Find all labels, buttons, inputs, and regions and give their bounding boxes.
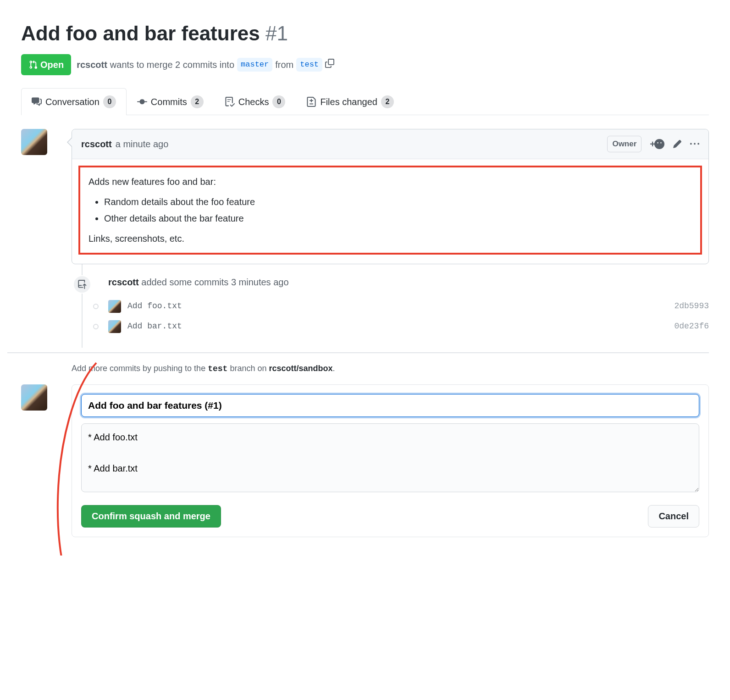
commits-timeline: rcscott added some commits 3 minutes ago… <box>82 264 709 348</box>
checklist-icon <box>225 97 235 107</box>
tab-conversation[interactable]: Conversation 0 <box>21 88 127 115</box>
pr-body-intro: Adds new features foo and bar: <box>88 175 692 189</box>
merge-description: rcscott wants to merge 2 commits into ma… <box>77 58 334 72</box>
pr-description-comment: rcscott a minute ago Owner + <box>72 129 709 264</box>
files-count: 2 <box>381 95 394 108</box>
conversation-count: 0 <box>103 95 116 108</box>
commit-message[interactable]: Add bar.txt <box>127 320 668 333</box>
comment-author[interactable]: rcscott <box>81 137 112 151</box>
git-pull-request-icon <box>28 60 38 69</box>
commit-message[interactable]: Add foo.txt <box>127 300 668 312</box>
commit-dot-icon <box>93 304 99 309</box>
push-hint: Add more commits by pushing to the test … <box>72 362 709 375</box>
cancel-merge-button[interactable]: Cancel <box>648 505 699 528</box>
pencil-icon <box>673 139 682 149</box>
add-reaction-button[interactable]: + <box>650 137 664 151</box>
git-commit-icon <box>137 97 147 107</box>
section-divider <box>7 352 709 353</box>
push-hint-branch: test <box>208 364 227 373</box>
repo-push-icon <box>77 280 87 289</box>
commit-sha[interactable]: 0de23f6 <box>674 320 709 333</box>
commit-row: Add bar.txt 0de23f6 <box>108 317 709 337</box>
smiley-icon <box>654 139 664 149</box>
commits-count: 2 <box>191 95 204 108</box>
file-diff-icon <box>306 97 316 107</box>
pr-body-outro: Links, screenshots, etc. <box>88 232 692 245</box>
merge-commit-title-input[interactable] <box>81 394 699 417</box>
pr-tabs: Conversation 0 Commits 2 Checks 0 Files … <box>21 88 709 115</box>
pr-number: #1 <box>265 22 288 44</box>
pr-title: Add foo and bar features #1 <box>21 18 709 49</box>
avatar[interactable] <box>108 300 121 313</box>
owner-badge: Owner <box>607 136 642 152</box>
merge-commit-body-textarea[interactable] <box>81 423 699 492</box>
commit-row: Add foo.txt 2db5993 <box>108 296 709 317</box>
pr-author[interactable]: rcscott <box>77 58 107 72</box>
state-badge-open: Open <box>21 54 71 75</box>
pr-body-bullet: Other details about the bar feature <box>104 211 692 225</box>
head-branch-tag[interactable]: test <box>296 58 322 72</box>
push-hint-repo: rcscott/sandbox <box>269 364 332 373</box>
timeline-author[interactable]: rcscott <box>108 277 139 287</box>
pr-title-text: Add foo and bar features <box>21 22 260 44</box>
pr-body-bullet: Random details about the foo feature <box>104 195 692 209</box>
checks-count: 0 <box>272 95 285 108</box>
comment-timestamp[interactable]: a minute ago <box>116 137 169 151</box>
commit-sha[interactable]: 2db5993 <box>674 300 709 312</box>
avatar[interactable] <box>21 384 47 411</box>
comment-kebab-menu[interactable] <box>690 139 699 149</box>
avatar[interactable] <box>108 320 121 333</box>
kebab-icon <box>690 139 699 149</box>
edit-comment-button[interactable] <box>673 139 682 149</box>
avatar[interactable] <box>21 129 47 155</box>
merge-form: Confirm squash and merge Cancel <box>72 384 709 537</box>
tab-commits[interactable]: Commits 2 <box>127 88 214 115</box>
state-label: Open <box>40 58 64 72</box>
timeline-badge <box>73 275 91 294</box>
timeline-heading-text: added some commits 3 minutes ago <box>141 277 288 287</box>
comment-discussion-icon <box>32 97 42 107</box>
confirm-squash-merge-button[interactable]: Confirm squash and merge <box>81 505 221 528</box>
base-branch-tag[interactable]: master <box>237 58 272 72</box>
tab-files[interactable]: Files changed 2 <box>296 88 404 115</box>
tab-checks[interactable]: Checks 0 <box>214 88 296 115</box>
copy-branch-icon[interactable] <box>325 58 334 72</box>
pr-body-highlight: Adds new features foo and bar: Random de… <box>78 166 702 255</box>
commit-dot-icon <box>93 324 99 329</box>
